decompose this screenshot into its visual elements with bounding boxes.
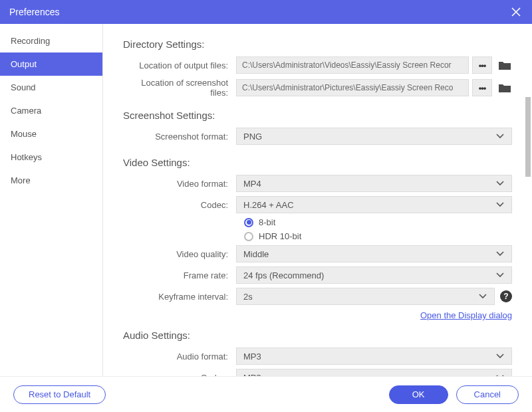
row-screenshot-path: Location of screenshot files: C:\Users\A… (123, 78, 512, 98)
label-video-format: Video format: (123, 179, 236, 189)
sidebar-item-mouse[interactable]: Mouse (0, 122, 102, 146)
audio-codec-select[interactable]: MP3 (236, 369, 512, 376)
video-format-value: MP4 (243, 179, 261, 189)
label-frame-rate: Frame rate: (123, 270, 236, 280)
window-title: Preferences (9, 7, 59, 17)
output-path-input[interactable]: C:\Users\Administrator\Videos\Eassiy\Eas… (236, 56, 469, 74)
label-video-quality: Video quality: (123, 249, 236, 259)
sidebar-item-output[interactable]: Output (0, 52, 102, 76)
row-keyframe-interval: Keyframe interval: 2s ? (123, 288, 512, 305)
row-video-quality: Video quality: Middle (123, 245, 512, 262)
video-quality-value: Middle (243, 249, 269, 259)
radio-8bit[interactable] (244, 218, 253, 227)
row-audio-codec: Codec: MP3 (123, 369, 512, 376)
chevron-down-icon (495, 132, 505, 142)
chevron-down-icon (495, 352, 505, 361)
sidebar: Recording Output Sound Camera Mouse Hotk… (0, 24, 103, 376)
audio-codec-value: MP3 (243, 373, 261, 377)
chevron-down-icon (495, 179, 505, 189)
row-screenshot-format: Screenshot format: PNG (123, 128, 512, 145)
row-video-format: Video format: MP4 (123, 175, 512, 192)
titlebar: Preferences (0, 0, 532, 24)
row-video-codec: Codec: H.264 + AAC (123, 196, 512, 213)
radio-8bit-label: 8-bit (259, 217, 275, 227)
screenshot-path-input[interactable]: C:\Users\Administrator\Pictures\Eassiy\E… (236, 79, 469, 96)
screenshot-format-select[interactable]: PNG (236, 128, 512, 145)
sidebar-item-more[interactable]: More (0, 169, 102, 192)
footer: Reset to Default OK Cancel (0, 376, 532, 412)
cancel-button[interactable]: Cancel (456, 385, 519, 404)
reset-to-default-button[interactable]: Reset to Default (13, 385, 106, 404)
content: Directory Settings: Location of output f… (103, 24, 532, 376)
section-video-title: Video Settings: (123, 157, 512, 168)
label-keyframe-interval: Keyframe interval: (123, 292, 236, 302)
keyframe-interval-value: 2s (243, 292, 253, 302)
radio-hdr-label: HDR 10-bit (259, 231, 301, 241)
body: Recording Output Sound Camera Mouse Hotk… (0, 24, 532, 376)
label-audio-format: Audio format: (123, 352, 236, 361)
chevron-down-icon (495, 270, 505, 280)
video-codec-select[interactable]: H.264 + AAC (236, 196, 512, 213)
label-output-path: Location of output files: (123, 60, 236, 70)
label-screenshot-path: Location of screenshot files: (123, 78, 236, 98)
radio-hdr[interactable] (244, 232, 253, 241)
audio-format-select[interactable]: MP3 (236, 348, 512, 365)
screenshot-path-browse-button[interactable]: ••• (472, 79, 492, 96)
output-path-browse-button[interactable]: ••• (472, 56, 492, 74)
folder-icon (498, 60, 511, 70)
section-audio-title: Audio Settings: (123, 330, 512, 341)
output-path-open-folder-button[interactable] (497, 58, 512, 72)
video-quality-select[interactable]: Middle (236, 245, 512, 262)
screenshot-path-open-folder-button[interactable] (497, 81, 512, 94)
ok-button[interactable]: OK (389, 385, 448, 404)
label-video-codec: Codec: (123, 200, 236, 210)
keyframe-help-button[interactable]: ? (500, 290, 512, 302)
chevron-down-icon (495, 200, 505, 210)
display-link-row: Open the Display dialog (123, 310, 512, 320)
frame-rate-select[interactable]: 24 fps (Recommend) (236, 266, 512, 284)
audio-format-value: MP3 (243, 352, 261, 361)
sidebar-item-hotkeys[interactable]: Hotkeys (0, 146, 102, 169)
row-frame-rate: Frame rate: 24 fps (Recommend) (123, 266, 512, 284)
screenshot-format-value: PNG (243, 132, 262, 142)
label-audio-codec: Codec: (123, 373, 236, 377)
section-screenshot-title: Screenshot Settings: (123, 110, 512, 121)
keyframe-interval-select[interactable]: 2s (236, 288, 495, 305)
sidebar-item-recording[interactable]: Recording (0, 29, 102, 52)
video-format-select[interactable]: MP4 (236, 175, 512, 192)
folder-icon (498, 82, 511, 93)
label-screenshot-format: Screenshot format: (123, 132, 236, 142)
section-directory-title: Directory Settings: (123, 39, 512, 50)
row-audio-format: Audio format: MP3 (123, 348, 512, 365)
close-button[interactable] (509, 5, 523, 19)
row-output-path: Location of output files: C:\Users\Admin… (123, 56, 512, 74)
sidebar-item-camera[interactable]: Camera (0, 99, 102, 122)
chevron-down-icon (495, 373, 505, 377)
chevron-down-icon (478, 292, 487, 302)
footer-right: OK Cancel (389, 385, 519, 404)
radio-hdr-row[interactable]: HDR 10-bit (244, 231, 512, 241)
frame-rate-value: 24 fps (Recommend) (243, 270, 324, 280)
open-display-dialog-link[interactable]: Open the Display dialog (420, 310, 512, 320)
sidebar-item-sound[interactable]: Sound (0, 76, 102, 99)
scrollbar[interactable] (525, 97, 531, 177)
close-icon (511, 7, 521, 17)
radio-8bit-row[interactable]: 8-bit (244, 217, 512, 227)
video-codec-value: H.264 + AAC (243, 200, 294, 210)
preferences-window: Preferences Recording Output Sound Camer… (0, 0, 532, 412)
chevron-down-icon (495, 249, 505, 259)
